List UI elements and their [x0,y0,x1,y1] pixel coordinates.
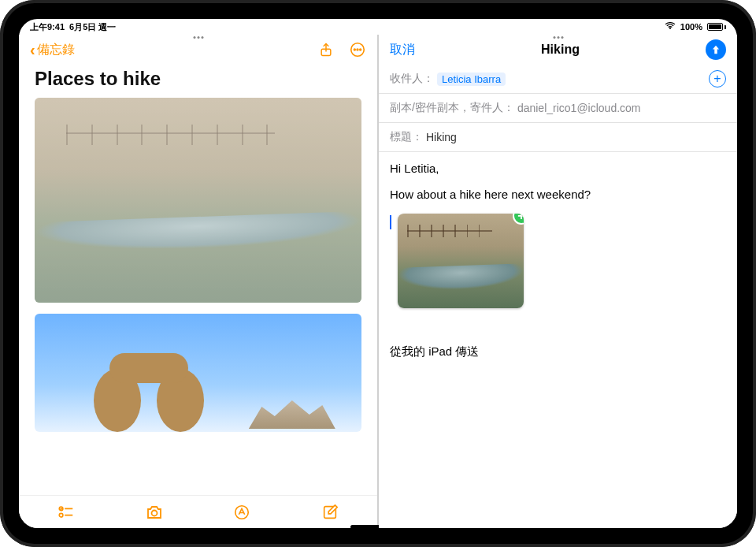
cc-field[interactable]: 副本/密件副本，寄件人： daniel_rico1@icloud.com [379,94,737,123]
cc-value: daniel_rico1@icloud.com [517,102,641,114]
multitask-dots-icon[interactable] [193,36,203,39]
svg-point-3 [357,49,358,50]
body-line-2: How about a hike here next weekend? [390,188,726,201]
body-line-1: Hi Letitia, [390,162,726,175]
to-field[interactable]: 收件人： Leticia Ibarra + [379,65,737,94]
status-date: 6月5日 週一 [69,21,116,33]
mail-body[interactable]: Hi Letitia, How about a hike here next w… [379,152,737,369]
subject-value: Hiking [426,131,457,143]
notes-nav-bar: ‹ 備忘錄 [19,35,377,65]
back-label: 備忘錄 [37,42,75,58]
to-label: 收件人： [390,72,434,86]
note-body[interactable] [19,98,377,495]
note-image-1[interactable] [35,98,361,303]
back-button[interactable]: ‹ 備忘錄 [30,42,75,58]
mail-title: Hiking [541,43,580,57]
svg-point-9 [151,510,157,515]
multitask-dots-icon[interactable] [553,36,563,39]
cc-label: 副本/密件副本，寄件人： [390,101,514,115]
mail-compose-pane: 取消 Hiking 收件人： Leticia Ibarra + 副本/密件副本，… [379,35,737,528]
split-view: ‹ 備忘錄 Places to hike [19,35,737,528]
markup-icon[interactable] [232,502,252,523]
battery-pct: 100% [680,22,702,32]
subject-label: 標題： [390,130,423,144]
send-button[interactable] [706,39,726,60]
svg-point-2 [354,49,355,50]
subject-field[interactable]: 標題： Hiking [379,123,737,152]
compose-icon[interactable] [320,502,340,523]
attachment-image[interactable]: + [398,214,524,308]
screen: 上午9:41 6月5日 週一 100% ‹ 備忘錄 [19,19,737,528]
note-title: Places to hike [19,65,377,98]
battery-icon [707,23,726,31]
share-icon[interactable] [317,41,335,58]
checklist-icon[interactable] [56,502,76,523]
note-image-2[interactable] [35,314,361,432]
cancel-button[interactable]: 取消 [390,42,415,58]
chevron-left-icon: ‹ [30,42,35,58]
notes-toolbar [19,495,377,528]
mail-nav-bar: 取消 Hiking [379,35,737,65]
text-cursor [390,215,391,229]
ipad-frame: 上午9:41 6月5日 週一 100% ‹ 備忘錄 [0,0,756,547]
signature: 從我的 iPad 傳送 [390,344,726,359]
status-bar: 上午9:41 6月5日 週一 100% [19,19,737,35]
status-time: 上午9:41 [30,21,65,33]
svg-point-4 [360,49,361,50]
wifi-icon [665,22,676,32]
svg-point-7 [59,513,63,517]
add-contact-button[interactable]: + [709,70,726,87]
more-icon[interactable] [349,41,366,58]
camera-icon[interactable] [144,502,165,523]
notes-app-pane: ‹ 備忘錄 Places to hike [19,35,377,528]
recipient-pill[interactable]: Leticia Ibarra [437,73,506,86]
